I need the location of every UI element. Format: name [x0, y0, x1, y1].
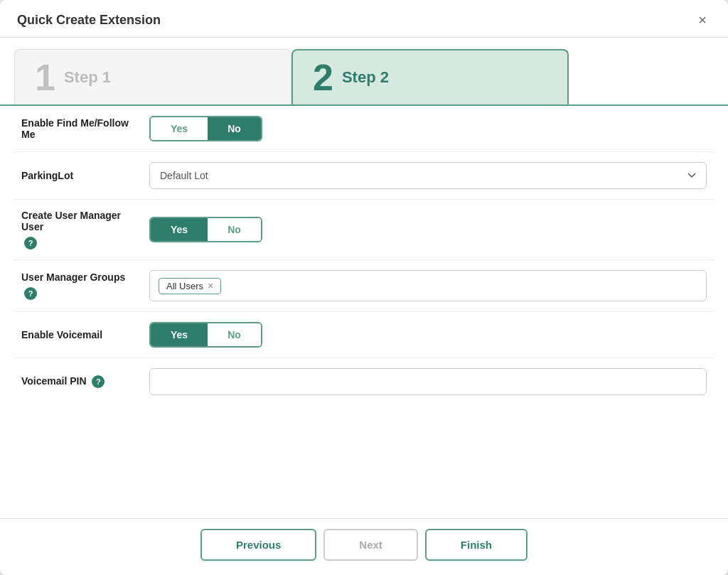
enable-voicemail-label: Enable Voicemail: [14, 312, 142, 358]
step1-number: 1: [35, 59, 55, 96]
step2-tab[interactable]: 2 Step 2: [291, 49, 569, 104]
create-user-manager-no-btn[interactable]: No: [208, 218, 261, 241]
voicemail-pin-help-icon[interactable]: ?: [92, 375, 105, 388]
parking-lot-label: ParkingLot: [14, 152, 142, 200]
create-user-manager-toggle: Yes No: [149, 217, 262, 242]
find-me-toggle: Yes No: [149, 116, 262, 141]
create-user-manager-label: Create User Manager User ?: [14, 200, 142, 260]
user-manager-groups-row: User Manager Groups ? All Users ×: [14, 260, 714, 312]
step1-label: Step 1: [64, 68, 111, 87]
enable-voicemail-yes-btn[interactable]: Yes: [151, 323, 208, 346]
find-me-row: Enable Find Me/Follow Me Yes No: [14, 106, 714, 152]
close-button[interactable]: ×: [694, 11, 711, 28]
tag-label: All Users: [166, 281, 203, 291]
form-table: Enable Find Me/Follow Me Yes No ParkingL…: [14, 106, 714, 405]
user-manager-groups-input[interactable]: All Users ×: [149, 270, 707, 301]
modal-footer: Previous Next Finish: [0, 518, 728, 575]
find-me-yes-btn[interactable]: Yes: [151, 117, 208, 140]
user-manager-groups-help-icon[interactable]: ?: [24, 287, 37, 300]
find-me-no-btn[interactable]: No: [208, 117, 261, 140]
enable-voicemail-toggle: Yes No: [149, 322, 262, 348]
create-user-manager-row: Create User Manager User ? Yes No: [14, 200, 714, 260]
finish-button[interactable]: Finish: [425, 529, 528, 561]
create-user-manager-yes-btn[interactable]: Yes: [151, 218, 208, 241]
previous-button[interactable]: Previous: [200, 529, 316, 561]
parking-lot-control: Default Lot: [142, 152, 714, 200]
voicemail-pin-control: [142, 358, 714, 406]
create-user-manager-help-icon[interactable]: ?: [24, 237, 37, 249]
voicemail-pin-input[interactable]: [149, 368, 707, 395]
steps-bar: 1 Step 1 2 Step 2: [0, 38, 728, 104]
user-manager-groups-label: User Manager Groups ?: [14, 260, 142, 312]
modal-content: Enable Find Me/Follow Me Yes No ParkingL…: [0, 104, 728, 518]
quick-create-extension-modal: Quick Create Extension × 1 Step 1 2 Step…: [0, 0, 728, 575]
voicemail-pin-row: Voicemail PIN ?: [14, 358, 714, 406]
modal-title: Quick Create Extension: [17, 13, 161, 28]
enable-voicemail-no-btn[interactable]: No: [208, 323, 261, 346]
step2-number: 2: [313, 59, 333, 96]
all-users-tag-remove[interactable]: ×: [208, 281, 213, 291]
step2-label: Step 2: [342, 68, 389, 87]
find-me-control: Yes No: [142, 106, 714, 152]
find-me-label: Enable Find Me/Follow Me: [14, 106, 142, 152]
step1-tab[interactable]: 1 Step 1: [14, 49, 291, 104]
user-manager-groups-control: All Users ×: [142, 260, 714, 312]
modal-header: Quick Create Extension ×: [0, 0, 728, 38]
create-user-manager-control: Yes No: [142, 200, 714, 260]
all-users-tag: All Users ×: [159, 278, 221, 294]
enable-voicemail-control: Yes No: [142, 312, 714, 358]
parking-lot-select[interactable]: Default Lot: [149, 162, 707, 189]
parking-lot-row: ParkingLot Default Lot: [14, 152, 714, 200]
enable-voicemail-row: Enable Voicemail Yes No: [14, 312, 714, 358]
next-button[interactable]: Next: [323, 529, 418, 561]
voicemail-pin-label: Voicemail PIN ?: [14, 358, 142, 406]
